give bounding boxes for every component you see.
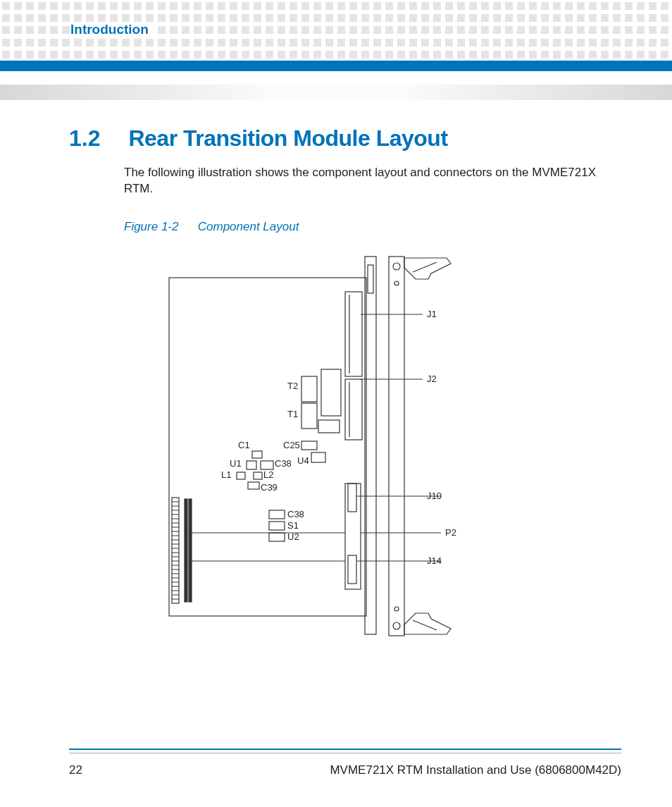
svg-rect-29: [348, 483, 356, 512]
svg-line-7: [413, 262, 437, 272]
svg-rect-20: [252, 451, 262, 458]
footer-rule: [69, 749, 621, 753]
chapter-label: Introduction: [70, 22, 156, 37]
svg-rect-28: [269, 533, 285, 541]
label-u4: U4: [297, 455, 309, 466]
svg-rect-57: [185, 499, 187, 602]
svg-rect-0: [169, 278, 366, 616]
label-c38b: C38: [287, 509, 304, 519]
label-l2: L2: [263, 469, 273, 480]
label-c25: C25: [283, 440, 300, 450]
svg-rect-27: [269, 522, 285, 530]
page-footer: 22 MVME721X RTM Installation and Use (68…: [69, 763, 621, 777]
svg-rect-18: [301, 441, 317, 450]
svg-point-4: [394, 281, 399, 285]
section-title: Rear Transition Module Layout: [128, 125, 447, 152]
label-t1: T1: [287, 409, 298, 419]
svg-rect-10: [345, 292, 362, 376]
svg-point-3: [393, 263, 400, 270]
figure-caption: Figure 1-2 Component Layout: [124, 220, 621, 234]
label-j2: J2: [427, 374, 437, 384]
svg-rect-2: [389, 257, 404, 636]
label-j10: J10: [427, 491, 442, 501]
svg-rect-31: [345, 483, 361, 589]
svg-rect-19: [311, 452, 325, 462]
section-number: 1.2: [69, 125, 125, 152]
header-gradient-bar: [0, 85, 672, 100]
svg-rect-26: [269, 510, 285, 519]
component-layout-diagram: J1 J2 J10 P2 J14 T2 T1 C25 U4 C1 U1 C38 …: [113, 251, 559, 640]
svg-rect-16: [301, 403, 317, 429]
label-c38a: C38: [275, 458, 292, 469]
section-body: The following illustration shows the com…: [124, 164, 621, 197]
svg-rect-23: [237, 472, 245, 479]
svg-rect-14: [321, 369, 341, 416]
svg-rect-58: [189, 499, 192, 602]
svg-point-6: [393, 622, 400, 629]
label-t2: T2: [287, 381, 298, 391]
section-content: 1.2 Rear Transition Module Layout The fo…: [69, 125, 621, 234]
svg-rect-21: [247, 461, 256, 469]
header-pattern-bottom: [0, 37, 672, 61]
doc-title: MVME721X RTM Installation and Use (68068…: [330, 763, 621, 777]
svg-rect-17: [318, 420, 340, 433]
figure-title: Component Layout: [198, 220, 299, 233]
label-c1: C1: [238, 440, 250, 450]
figure-number: Figure 1-2: [124, 220, 194, 234]
label-j14: J14: [427, 555, 442, 566]
svg-rect-30: [348, 555, 356, 584]
svg-rect-32: [172, 498, 179, 603]
label-c39: C39: [261, 482, 278, 493]
svg-rect-12: [345, 379, 362, 440]
label-l1: L1: [221, 469, 231, 480]
svg-rect-9: [368, 265, 373, 293]
svg-point-5: [394, 607, 399, 611]
svg-rect-25: [248, 482, 259, 489]
label-p2: P2: [445, 527, 456, 538]
svg-line-8: [413, 620, 437, 630]
svg-rect-15: [301, 376, 317, 402]
svg-rect-24: [254, 472, 262, 479]
label-s1: S1: [287, 520, 299, 531]
header-blue-bar: [0, 61, 672, 71]
label-u1: U1: [230, 458, 242, 469]
label-u2: U2: [287, 531, 299, 542]
page-number: 22: [69, 763, 82, 777]
label-j1: J1: [427, 309, 437, 319]
svg-rect-22: [261, 461, 273, 469]
